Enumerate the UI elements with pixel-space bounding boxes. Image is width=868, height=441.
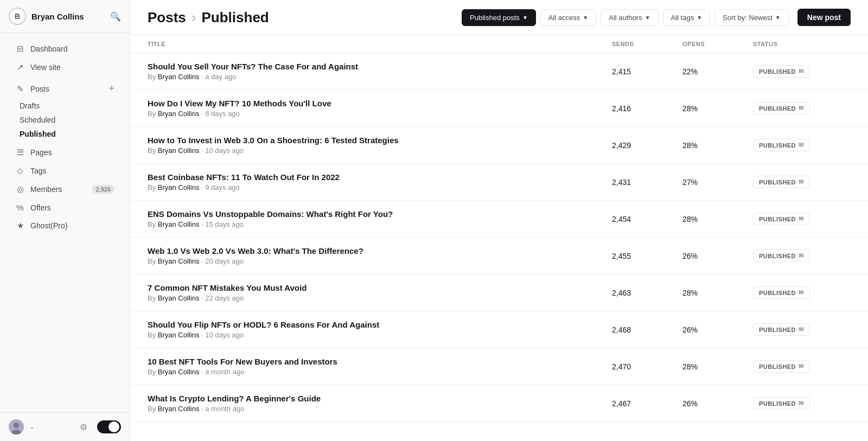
settings-gear-icon[interactable]: ⚙ <box>80 422 87 432</box>
post-meta: By Bryan Collins · 6 days ago <box>148 110 612 118</box>
new-post-button[interactable]: New post <box>797 9 851 26</box>
table-header-row: Title Sends Opens Status <box>130 35 868 53</box>
post-opens: 28% <box>682 362 753 371</box>
post-status: PUBLISHED ✉ <box>753 102 851 114</box>
published-posts-filter[interactable]: Published posts ▼ <box>462 9 536 26</box>
post-opens: 28% <box>682 104 753 113</box>
all-authors-label: All authors <box>609 14 642 22</box>
post-meta: By Bryan Collins · 9 days ago <box>148 183 612 191</box>
avatar[interactable] <box>9 419 24 434</box>
table-row[interactable]: 10 Best NFT Tools For New Buyers and Inv… <box>130 348 868 385</box>
post-title: 7 Common NFT Mistakes You Must Avoid <box>148 283 612 292</box>
table-row[interactable]: Should You Flip NFTs or HODL? 6 Reasons … <box>130 311 868 348</box>
post-opens: 27% <box>682 178 753 187</box>
all-authors-filter[interactable]: All authors ▼ <box>601 9 658 26</box>
all-tags-label: All tags <box>671 14 694 22</box>
all-access-filter[interactable]: All access ▼ <box>540 9 596 26</box>
sidebar-header: B Bryan Collins 🔍 <box>0 0 130 33</box>
post-sends: 2,463 <box>612 289 682 297</box>
post-status: PUBLISHED ✉ <box>753 213 851 225</box>
email-icon: ✉ <box>799 105 804 112</box>
posts-subnav: Drafts Scheduled Published <box>20 99 130 141</box>
post-opens: 22% <box>682 67 753 76</box>
post-meta: By Bryan Collins · 15 days ago <box>148 220 612 228</box>
table-row[interactable]: 7 Common NFT Mistakes You Must Avoid By … <box>130 274 868 311</box>
sidebar-item-tags[interactable]: ◇ Tags <box>4 162 125 180</box>
status-badge: PUBLISHED ✉ <box>753 139 810 151</box>
sidebar-item-label: Members <box>30 185 62 194</box>
table-row[interactable]: Should You Sell Your NFTs? The Case For … <box>130 53 868 90</box>
chevron-down-icon: ▼ <box>775 15 781 21</box>
email-icon: ✉ <box>799 215 804 222</box>
chevron-down-icon: ▼ <box>583 15 588 21</box>
post-meta: By Bryan Collins · 10 days ago <box>148 331 612 339</box>
status-badge: PUBLISHED ✉ <box>753 323 810 336</box>
post-title: ENS Domains Vs Unstoppable Domains: What… <box>148 209 612 219</box>
sidebar-item-view-site[interactable]: ↗ View site <box>4 58 125 76</box>
search-icon[interactable]: 🔍 <box>110 11 121 22</box>
post-status: PUBLISHED ✉ <box>753 397 851 410</box>
sidebar-item-label: Dashboard <box>30 44 68 53</box>
post-status: PUBLISHED ✉ <box>753 286 851 299</box>
post-info: 7 Common NFT Mistakes You Must Avoid By … <box>148 283 612 302</box>
sidebar-item-drafts[interactable]: Drafts <box>20 99 130 113</box>
table-row[interactable]: How to To Invest in Web 3.0 On a Shoestr… <box>130 127 868 164</box>
post-meta: By Bryan Collins · 20 days ago <box>148 257 612 265</box>
email-icon: ✉ <box>799 363 804 370</box>
chevron-down-icon: ▼ <box>522 15 528 21</box>
post-author: Bryan Collins <box>158 146 200 155</box>
status-badge: PUBLISHED ✉ <box>753 286 810 299</box>
sidebar-item-scheduled[interactable]: Scheduled <box>20 113 130 127</box>
post-opens: 28% <box>682 215 753 223</box>
sidebar-item-offers[interactable]: % Offers <box>4 199 125 216</box>
post-status: PUBLISHED ✉ <box>753 323 851 336</box>
post-title: What Is Crypto Lending? A Beginner's Gui… <box>148 394 612 403</box>
post-info: Should You Sell Your NFTs? The Case For … <box>148 62 612 81</box>
user-chevron-icon[interactable]: ⌄ <box>29 423 35 431</box>
main-content: Posts › Published Published posts ▼ All … <box>130 0 868 441</box>
sidebar-item-members[interactable]: ◎ Members 2,926 <box>4 180 125 199</box>
sidebar-item-published[interactable]: Published <box>20 127 130 141</box>
column-status: Status <box>753 41 851 47</box>
table-row[interactable]: How Do I View My NFT? 10 Methods You'll … <box>130 90 868 127</box>
table-row[interactable]: What Is Crypto Lending? A Beginner's Gui… <box>130 385 868 422</box>
post-meta: By Bryan Collins · a month ago <box>148 405 612 413</box>
post-title: 10 Best NFT Tools For New Buyers and Inv… <box>148 357 612 366</box>
post-meta: By Bryan Collins · a month ago <box>148 368 612 376</box>
sidebar-item-posts[interactable]: ✎ Posts + <box>4 79 125 99</box>
post-author: Bryan Collins <box>158 257 200 265</box>
post-sends: 2,470 <box>612 362 682 371</box>
post-sends: 2,431 <box>612 178 682 187</box>
post-title: Should You Flip NFTs or HODL? 6 Reasons … <box>148 320 612 329</box>
sidebar-item-dashboard[interactable]: ⊟ Dashboard <box>4 40 125 58</box>
table-row[interactable]: ENS Domains Vs Unstoppable Domains: What… <box>130 201 868 238</box>
status-badge: PUBLISHED ✉ <box>753 397 810 410</box>
breadcrumb-root[interactable]: Posts <box>148 9 186 26</box>
post-opens: 28% <box>682 289 753 297</box>
table-row[interactable]: Best Coinbase NFTs: 11 To Watch Out For … <box>130 164 868 201</box>
chevron-down-icon: ▼ <box>645 15 650 21</box>
post-info: What Is Crypto Lending? A Beginner's Gui… <box>148 394 612 413</box>
column-sends: Sends <box>612 41 682 47</box>
post-sends: 2,429 <box>612 141 682 150</box>
post-sends: 2,416 <box>612 104 682 113</box>
all-tags-filter[interactable]: All tags ▼ <box>663 9 711 26</box>
table-row[interactable]: Web 1.0 Vs Web 2.0 Vs Web 3.0: What's Th… <box>130 238 868 274</box>
status-badge: PUBLISHED ✉ <box>753 65 810 78</box>
email-icon: ✉ <box>799 142 804 149</box>
sidebar-item-pages[interactable]: ☰ Pages <box>4 143 125 162</box>
sort-by-filter[interactable]: Sort by: Newest ▼ <box>714 9 789 26</box>
column-opens: Opens <box>682 41 753 47</box>
theme-toggle[interactable] <box>97 420 121 433</box>
post-author: Bryan Collins <box>158 368 200 376</box>
chevron-down-icon: ▼ <box>697 15 702 21</box>
status-badge: PUBLISHED ✉ <box>753 360 810 373</box>
post-author: Bryan Collins <box>158 331 200 339</box>
site-logo: B <box>9 8 26 25</box>
published-posts-label: Published posts <box>470 14 520 22</box>
posts-icon: ✎ <box>15 84 25 94</box>
sidebar-item-label: Tags <box>30 167 47 175</box>
sidebar-item-ghost-pro[interactable]: ★ Ghost(Pro) <box>4 216 125 235</box>
page-title: Posts › Published <box>148 9 269 26</box>
add-post-icon[interactable]: + <box>108 83 114 94</box>
